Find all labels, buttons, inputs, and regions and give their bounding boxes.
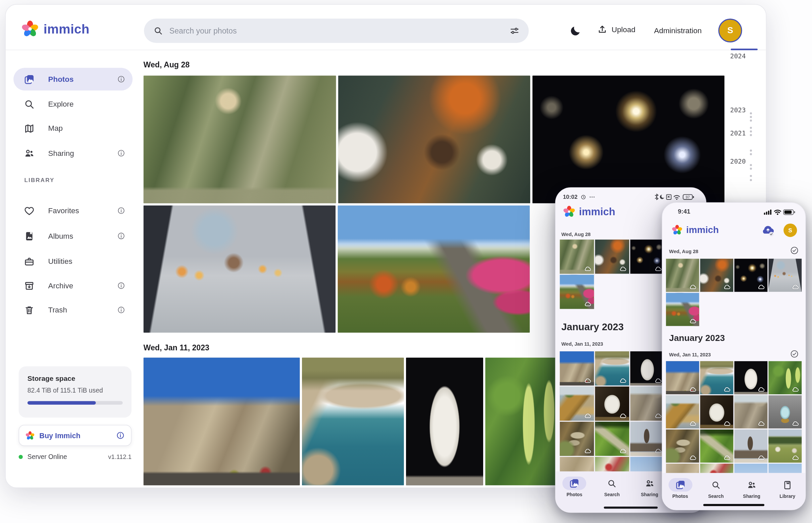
photo-coastal[interactable] (700, 361, 733, 394)
search-filters-icon[interactable] (510, 26, 519, 36)
timeline-year-2023[interactable]: 2023 (726, 106, 750, 114)
sidebar-item-photos[interactable]: Photos (13, 68, 133, 91)
photo-coastal[interactable] (595, 351, 629, 385)
immich-flower-icon (672, 224, 683, 235)
sidebar-item-explore[interactable]: Explore (13, 92, 133, 115)
albums-icon (24, 231, 35, 241)
photo-dinner[interactable] (338, 75, 531, 203)
photo-coastal[interactable] (302, 357, 404, 485)
photo-ruins[interactable] (735, 395, 768, 429)
phone1-status-bar: 10:02 ··· 97 (556, 192, 706, 201)
info-icon[interactable] (116, 431, 125, 440)
info-icon[interactable] (117, 206, 125, 215)
nav-item-photos[interactable]: Photos (664, 478, 697, 499)
nav-item-search[interactable]: Search (595, 476, 629, 497)
battery-icon (783, 210, 795, 215)
sidebar-item-label: Sharing (48, 149, 104, 157)
timeline-tick-dot (750, 112, 751, 114)
timeline-year-2021[interactable]: 2021 (726, 129, 750, 137)
upload-button[interactable]: Upload (597, 24, 636, 35)
sidebar-item-favorites[interactable]: Favorites (13, 199, 133, 222)
photo-fortress[interactable] (666, 361, 699, 394)
storage-title: Storage space (28, 375, 123, 382)
photo-grapes[interactable] (485, 357, 558, 485)
photo-church[interactable] (735, 430, 768, 463)
photo-dinner[interactable] (700, 259, 733, 292)
photo-sculpt[interactable] (700, 395, 733, 429)
photo-lizard1[interactable] (560, 422, 594, 456)
photo-monkeys[interactable] (666, 259, 699, 292)
sidebar-item-utilities[interactable]: Utilities (13, 250, 133, 273)
photo-lizard2[interactable] (595, 422, 629, 456)
info-icon[interactable] (117, 306, 125, 314)
photo-lizard1[interactable] (666, 430, 699, 463)
photo-fortress[interactable] (560, 351, 594, 385)
photo-monkeys[interactable] (560, 240, 594, 274)
select-all-check-icon[interactable] (790, 350, 799, 358)
explore-search-icon (24, 98, 35, 109)
photo-bust[interactable] (406, 357, 483, 485)
info-icon[interactable] (117, 282, 125, 290)
phone1-status-icons: 97 (654, 193, 698, 200)
photo-fortress[interactable] (144, 357, 300, 485)
phone2-status-bar: 9:41 (662, 207, 805, 216)
photo-grapes[interactable] (768, 361, 801, 394)
nav-item-sharing[interactable]: Sharing (633, 476, 666, 497)
home-indicator[interactable] (703, 504, 764, 506)
buy-immich-button[interactable]: Buy Immich (19, 425, 132, 446)
photo-hands[interactable] (144, 205, 336, 333)
timeline-year-2020[interactable]: 2020 (726, 157, 750, 165)
brand-wordmark: immich (686, 224, 719, 235)
photo-sculpt[interactable] (595, 386, 629, 421)
photo-dinner[interactable] (595, 240, 629, 274)
timeline-scrubber-position[interactable] (731, 49, 758, 50)
info-icon[interactable] (117, 232, 125, 240)
administration-link[interactable]: Administration (654, 26, 702, 35)
brand-wordmark: immich (579, 206, 616, 218)
photo-bust[interactable] (630, 351, 664, 385)
photo-hands[interactable] (768, 259, 801, 292)
photo-monkeys[interactable] (144, 75, 336, 203)
photo-autumn[interactable] (338, 205, 530, 333)
timeline-year-2024[interactable]: 2024 (726, 52, 750, 60)
sidebar-item-albums[interactable]: Albums (13, 224, 133, 248)
sidebar-item-map[interactable]: Map (13, 117, 133, 140)
nav-item-search[interactable]: Search (699, 478, 732, 499)
photo-fireworks[interactable] (630, 240, 664, 274)
photos-icon (569, 478, 580, 488)
phone2-user-avatar[interactable]: S (783, 223, 797, 237)
photo-autumn[interactable] (666, 293, 699, 326)
photo-church[interactable] (630, 422, 664, 456)
search-input[interactable] (170, 26, 503, 35)
sidebar-item-trash[interactable]: Trash (13, 299, 133, 322)
sidebar-item-archive[interactable]: Archive (13, 274, 133, 297)
info-icon[interactable] (117, 75, 125, 84)
dark-mode-toggle[interactable] (565, 20, 586, 41)
nav-item-sharing[interactable]: Sharing (735, 478, 768, 499)
search-bar[interactable] (144, 19, 529, 43)
sidebar-item-label: Utilities (48, 257, 125, 266)
sidebar-item-label: Explore (48, 100, 125, 108)
nav-item-photos[interactable]: Photos (558, 476, 591, 497)
photo-fireworks[interactable] (735, 259, 768, 292)
cloud-sync-icon[interactable] (761, 224, 776, 238)
select-all-check-icon[interactable] (790, 247, 799, 255)
photo-ornate[interactable] (768, 395, 801, 429)
nav-item-library[interactable]: Library (771, 478, 804, 499)
user-avatar[interactable]: S (719, 19, 742, 42)
photo-cliff[interactable] (560, 386, 594, 421)
photo-ruins[interactable] (630, 386, 664, 421)
phone1-date-header: Wed, Jan 11, 2023 (562, 341, 603, 347)
photo-fireworks[interactable] (533, 75, 725, 203)
info-icon[interactable] (117, 149, 125, 157)
photo-village[interactable] (768, 430, 801, 463)
sidebar-item-sharing[interactable]: Sharing (13, 142, 133, 165)
photo-cliff[interactable] (666, 395, 699, 429)
photo-bust[interactable] (735, 361, 768, 394)
home-indicator[interactable] (604, 507, 658, 509)
photo-autumn[interactable] (560, 275, 594, 309)
phone1-month-header: January 2023 (562, 321, 624, 332)
immich-logo[interactable]: immich (21, 20, 89, 38)
photo-lizard2[interactable] (700, 430, 733, 463)
storage-usage-text: 82.4 TiB of 115.1 TiB used (28, 387, 123, 394)
